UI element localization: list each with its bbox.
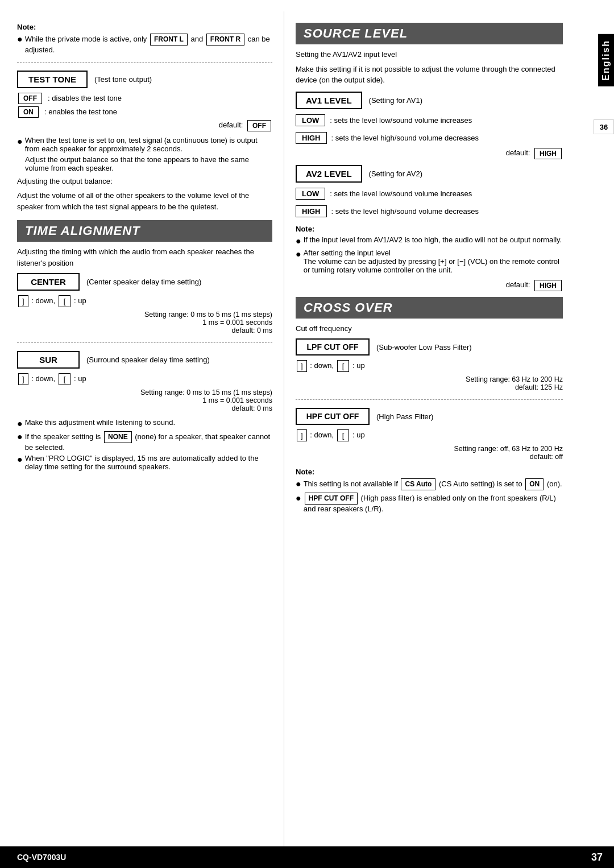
center-down-label: : down,: [31, 296, 57, 305]
center-range: Setting range: 0 ms to 5 ms (1 ms steps)…: [17, 311, 272, 334]
av1-default-label: default:: [506, 148, 530, 157]
source-note: Note: ● If the input level from AV1/AV2 …: [296, 225, 563, 274]
hpf-controls: ] : down, [ : up: [296, 429, 563, 441]
center-range-text: Setting range: 0 ms to 5 ms (1 ms steps): [17, 311, 272, 319]
av2-row: AV2 LEVEL (Setting for AV2): [296, 165, 563, 183]
cn-bullet2: ● HPF CUT OFF (High pass filter) is enab…: [296, 493, 563, 513]
hpf-range-text: Setting range: off, 63 Hz to 200 Hz: [296, 445, 563, 453]
left-column: Note: ● While the private mode is active…: [0, 11, 284, 857]
lpf-range-text: Setting range: 63 Hz to 200 Hz: [296, 375, 563, 383]
center-up-bracket: [: [59, 295, 71, 307]
tt-sub-text: Adjust the output balance so that the to…: [25, 155, 272, 172]
sur-sub2: default: 0 ms: [17, 404, 272, 412]
bullet-icon3: ●: [17, 418, 23, 429]
front-l-box: FRONT L: [150, 34, 188, 46]
tt-bullet1: ● When the test tone is set to on, test …: [17, 136, 272, 153]
english-label: English: [601, 40, 611, 81]
lpf-default: default: 125 Hz: [296, 383, 563, 391]
lpf-row: LPF CUT OFF (Sub-woofer Low Pass Filter): [296, 338, 563, 356]
ob-title-text: Adjusting the output balance:: [17, 177, 113, 185]
cross-over-header: CROSS OVER: [296, 297, 563, 319]
time-alignment-subtitle: Adjusting the timing with which the audi…: [17, 246, 272, 268]
av2-low-desc: : sets the level low/sound volume increa…: [330, 189, 472, 198]
av1-default-value: HIGH: [534, 148, 562, 159]
source-level-desc: Make this setting if it is not possible …: [296, 64, 563, 86]
test-tone-section: TEST TONE (Test tone output) OFF : disab…: [17, 71, 272, 131]
bb1-text: Make this adjustment while listening to …: [25, 418, 175, 427]
cn-text1: This setting is not available if CS Auto…: [304, 478, 562, 490]
on-desc: : enables the test tone: [44, 108, 117, 116]
top-note-label: Note:: [17, 23, 272, 31]
center-up-label: : up: [74, 296, 86, 305]
cn-bullet1: ● This setting is not available if CS Au…: [296, 478, 563, 490]
bullet-icon: ●: [17, 34, 23, 44]
hpf-range: Setting range: off, 63 Hz to 200 Hz defa…: [296, 445, 563, 461]
divider2: [17, 342, 272, 343]
on-box2: ON: [525, 478, 544, 490]
sur-down-bracket: ]: [18, 373, 28, 385]
center-sub2: default: 0 ms: [17, 326, 272, 334]
right-column: SOURCE LEVEL Setting the AV1/AV2 input l…: [284, 11, 591, 857]
av2-low-row: LOW : sets the level low/sound volume in…: [296, 186, 563, 201]
bullet-icon2: ●: [17, 136, 23, 147]
av1-desc: (Setting for AV1): [369, 96, 422, 105]
source-default2: default: HIGH: [296, 280, 563, 291]
av1-high-desc: : sets the level high/sound volume decre…: [331, 134, 479, 142]
footer-page: 37: [591, 852, 603, 863]
bullet-icon5: ●: [17, 454, 23, 465]
cross-note-label: Note:: [296, 468, 563, 476]
output-balance-title: Adjusting the output balance:: [17, 176, 272, 187]
sur-row: SUR (Surround speaker delay time setting…: [17, 351, 272, 369]
sur-desc: (Surround speaker delay time setting): [86, 356, 210, 364]
source-level-subtitle: Setting the AV1/AV2 input level: [296, 49, 563, 60]
hpf-cutoff-box: HPF CUT OFF: [305, 493, 358, 505]
lpf-down-bracket: ]: [297, 360, 307, 372]
sur-sub1: 1 ms = 0.001 seconds: [17, 396, 272, 404]
page-container: Note: ● While the private mode is active…: [0, 0, 614, 868]
default2-label: default:: [506, 280, 530, 289]
source-level-section: SOURCE LEVEL Setting the AV1/AV2 input l…: [296, 23, 563, 291]
av2-box: AV2 LEVEL: [296, 165, 362, 183]
sn-text2: After setting the input levelThe volume …: [304, 249, 563, 274]
source-note-label: Note:: [296, 225, 563, 233]
test-tone-box: TEST TONE: [17, 71, 88, 88]
av2-high-desc: : sets the level high/sound volume decre…: [331, 207, 479, 216]
hpf-down-label: : down,: [310, 431, 336, 439]
av1-row: AV1 LEVEL (Setting for AV1): [296, 92, 563, 109]
sur-box: SUR: [17, 351, 80, 369]
hpf-box: HPF CUT OFF: [296, 408, 370, 425]
off-box: OFF: [18, 93, 42, 104]
test-tone-desc: (Test tone output): [94, 75, 152, 84]
hpf-down-bracket: ]: [297, 429, 307, 441]
top-note-text1: While the private mode is active, only F…: [25, 34, 272, 54]
sn-text1: If the input level from AV1/AV2 is too h…: [304, 235, 562, 244]
on-row: ON : enables the test tone: [17, 106, 272, 118]
bb3: ● When "PRO LOGIC" is displayed, 15 ms a…: [17, 454, 272, 471]
footer: CQ-VD7003U 37: [0, 846, 614, 868]
lpf-controls: ] : down, [ : up: [296, 360, 563, 372]
bb2: ● If the speaker setting is NONE (none) …: [17, 431, 272, 452]
sur-range: Setting range: 0 ms to 15 ms (1 ms steps…: [17, 388, 272, 412]
bullet-icon6: ●: [296, 235, 301, 246]
top-note-bullet1: ● While the private mode is active, only…: [17, 34, 272, 54]
av1-low-row: LOW : sets the level low/sound volume in…: [296, 113, 563, 128]
bullet-icon8: ●: [296, 478, 301, 489]
divider3: [296, 399, 563, 400]
sur-up-bracket: [: [59, 373, 71, 385]
cross-over-section: CROSS OVER Cut off frequency LPF CUT OFF…: [296, 297, 563, 513]
bullet-icon9: ●: [296, 493, 301, 503]
source-level-header: SOURCE LEVEL: [296, 23, 563, 44]
cross-over-subtitle: Cut off frequency: [296, 323, 563, 334]
hpf-desc: (High Pass Filter): [376, 412, 433, 421]
bottom-bullets: ● Make this adjustment while listening t…: [17, 418, 272, 471]
divider1: [17, 62, 272, 63]
sur-up-label: : up: [74, 374, 86, 383]
cn-text2: HPF CUT OFF (High pass filter) is enable…: [304, 493, 563, 513]
bb1: ● Make this adjustment while listening t…: [17, 418, 272, 429]
cs-auto-box: CS Auto: [401, 478, 435, 490]
test-tone-default: default: OFF: [17, 120, 272, 131]
lpf-up-bracket: [: [337, 360, 350, 372]
off-row: OFF : disables the test tone: [17, 93, 272, 104]
page-badge: 36: [594, 119, 614, 134]
on-box: ON: [18, 106, 39, 118]
